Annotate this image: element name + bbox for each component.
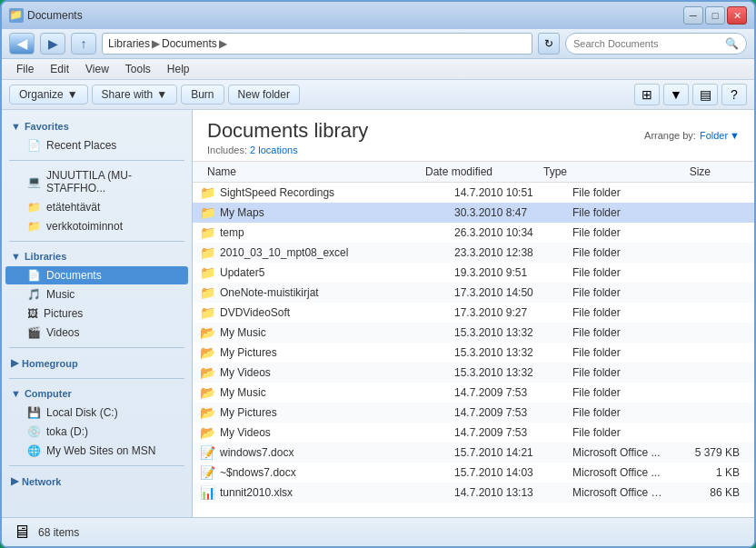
file-date: 14.7.2010 13:13: [447, 486, 565, 499]
arrange-value: Folder: [700, 130, 728, 141]
sidebar-item-verkkotoiminnot[interactable]: 📁 verkkotoiminnot: [5, 217, 188, 235]
sidebar-item-web-sites[interactable]: 🌐 My Web Sites on MSN: [5, 442, 188, 460]
computer-header-chevron-icon: ▼: [11, 388, 21, 399]
network-chevron-icon: ▶: [11, 475, 18, 487]
sidebar-homegroup-header[interactable]: ▶ Homegroup: [2, 354, 192, 373]
web-sites-icon: 🌐: [27, 444, 41, 457]
back-button[interactable]: ◀: [9, 33, 35, 55]
share-with-button[interactable]: Share with ▼: [92, 85, 178, 105]
file-icon: 📂: [200, 345, 216, 360]
sidebar-network-header[interactable]: ▶ Network: [2, 472, 192, 491]
refresh-button[interactable]: ↻: [538, 33, 560, 55]
file-date: 26.3.2010 10:34: [447, 226, 565, 239]
content-area: ▼ Favorites 📄 Recent Places 💻 JNUUTTILA …: [2, 110, 754, 517]
sidebar-item-toka[interactable]: 💿 toka (D:): [5, 423, 188, 441]
search-input[interactable]: [573, 38, 721, 49]
file-name: OneNote-muistikirjat: [220, 286, 447, 299]
file-date: 19.3.2010 9:51: [447, 266, 565, 279]
file-icon: 📂: [200, 365, 216, 380]
sidebar-favorites: ▼ Favorites 📄 Recent Places: [2, 117, 192, 154]
file-date: 30.3.2010 8:47: [447, 206, 565, 219]
file-icon: 📁: [200, 305, 216, 320]
sidebar-item-recent-places[interactable]: 📄 Recent Places: [5, 136, 188, 154]
sidebar-item-etatehtavat[interactable]: 📁 etätehtävät: [5, 198, 188, 216]
burn-button[interactable]: Burn: [181, 85, 224, 105]
table-row[interactable]: 📂 My Videos 15.3.2010 13:32 File folder: [193, 363, 754, 383]
forward-button[interactable]: ▶: [40, 33, 65, 55]
column-date-header[interactable]: Date modified: [418, 162, 536, 182]
table-row[interactable]: 📂 My Pictures 15.3.2010 13:32 File folde…: [193, 343, 754, 363]
close-button[interactable]: ✕: [727, 6, 747, 25]
address-path[interactable]: Libraries ▶ Documents ▶: [102, 33, 532, 55]
help-button[interactable]: ?: [721, 84, 747, 105]
path-part-documents[interactable]: Documents: [162, 37, 217, 50]
sidebar-favorites-header[interactable]: ▼ Favorites: [2, 117, 192, 135]
toolbar: Organize ▼ Share with ▼ Burn New folder …: [2, 80, 754, 110]
share-label: Share with: [102, 88, 154, 101]
menu-tools[interactable]: Tools: [118, 61, 158, 77]
table-row[interactable]: 📁 SightSpeed Recordings 14.7.2010 10:51 …: [193, 183, 754, 203]
table-row[interactable]: 📁 Updater5 19.3.2010 9:51 File folder: [193, 263, 754, 283]
menu-help[interactable]: Help: [160, 61, 197, 77]
menu-view[interactable]: View: [78, 61, 116, 77]
maximize-button[interactable]: □: [705, 6, 725, 25]
file-name: temp: [220, 226, 447, 239]
sidebar-item-videos[interactable]: 🎬 Videos: [5, 324, 188, 342]
local-disk-label: Local Disk (C:): [46, 406, 118, 419]
up-button[interactable]: ↑: [71, 33, 96, 55]
view-toggle-button[interactable]: ⊞: [634, 84, 660, 105]
file-date: 17.3.2010 9:27: [447, 306, 565, 319]
details-pane-button[interactable]: ▤: [692, 84, 718, 105]
table-row[interactable]: 📁 My Maps 30.3.2010 8:47 File folder: [193, 203, 754, 223]
title-controls: ─ □ ✕: [683, 6, 747, 25]
table-row[interactable]: 📂 My Music 14.7.2009 7:53 File folder: [193, 383, 754, 403]
organize-button[interactable]: Organize ▼: [9, 85, 88, 105]
file-name: My Pictures: [220, 406, 447, 419]
arrange-button[interactable]: Folder ▼: [700, 130, 740, 141]
path-part-libraries[interactable]: Libraries: [108, 37, 150, 50]
table-row[interactable]: 📁 2010_03_10_mpt08_excel 23.3.2010 12:38…: [193, 243, 754, 263]
file-icon: 📁: [200, 265, 216, 280]
arrange-by-area: Arrange by: Folder ▼: [644, 130, 740, 141]
title-bar: 📁 Documents ─ □ ✕: [2, 2, 754, 29]
file-name: My Videos: [220, 366, 447, 379]
pictures-label: Pictures: [44, 307, 83, 320]
column-type-header[interactable]: Type: [536, 162, 645, 182]
pictures-icon: 🖼: [27, 307, 38, 320]
menu-edit[interactable]: Edit: [43, 61, 76, 77]
sidebar-libraries-header[interactable]: ▼ Libraries: [2, 247, 192, 265]
table-row[interactable]: 📂 My Music 15.3.2010 13:32 File folder: [193, 323, 754, 343]
sidebar-item-music[interactable]: 🎵 Music: [5, 285, 188, 304]
folder-icon-2: 📁: [27, 220, 41, 233]
sidebar-item-computer-name[interactable]: 💻 JNUUTTILA (MU-STAFFHO...: [5, 166, 188, 197]
computer-header-label: Computer: [25, 388, 72, 399]
table-row[interactable]: 📁 DVDVideoSoft 17.3.2010 9:27 File folde…: [193, 303, 754, 323]
table-row[interactable]: 📁 temp 26.3.2010 10:34 File folder: [193, 223, 754, 243]
file-name: My Music: [220, 386, 447, 399]
table-row[interactable]: 📂 My Videos 14.7.2009 7:53 File folder: [193, 423, 754, 443]
column-size-header[interactable]: Size: [645, 162, 718, 182]
table-row[interactable]: 📁 OneNote-muistikirjat 17.3.2010 14:50 F…: [193, 283, 754, 303]
menu-file[interactable]: File: [9, 61, 41, 77]
sidebar-divider-4: [9, 378, 184, 379]
libraries-label: Libraries: [25, 251, 66, 262]
file-name: windows7.docx: [220, 446, 447, 459]
column-name-header[interactable]: Name: [200, 162, 418, 182]
sidebar: ▼ Favorites 📄 Recent Places 💻 JNUUTTILA …: [2, 110, 193, 517]
sidebar-item-pictures[interactable]: 🖼 Pictures: [5, 304, 188, 323]
view-chevron-button[interactable]: ▼: [663, 84, 689, 105]
minimize-button[interactable]: ─: [683, 6, 703, 25]
table-row[interactable]: 📝 windows7.docx 15.7.2010 14:21 Microsof…: [193, 443, 754, 463]
new-folder-button[interactable]: New folder: [228, 85, 300, 105]
table-row[interactable]: 📂 My Pictures 14.7.2009 7:53 File folder: [193, 403, 754, 423]
table-row[interactable]: 📝 ~$ndows7.docx 15.7.2010 14:03 Microsof…: [193, 463, 754, 483]
file-date: 15.7.2010 14:21: [447, 446, 565, 459]
locations-link[interactable]: 2 locations: [250, 144, 298, 155]
file-icon: 📁: [200, 225, 216, 240]
burn-label: Burn: [191, 88, 214, 101]
includes-label: Includes:: [207, 144, 247, 155]
table-row[interactable]: 📊 tunnit2010.xlsx 14.7.2010 13:13 Micros…: [193, 483, 754, 503]
sidebar-computer-header[interactable]: ▼ Computer: [2, 384, 192, 403]
sidebar-item-documents[interactable]: 📄 Documents: [5, 266, 188, 284]
sidebar-item-local-disk[interactable]: 💾 Local Disk (C:): [5, 404, 188, 422]
